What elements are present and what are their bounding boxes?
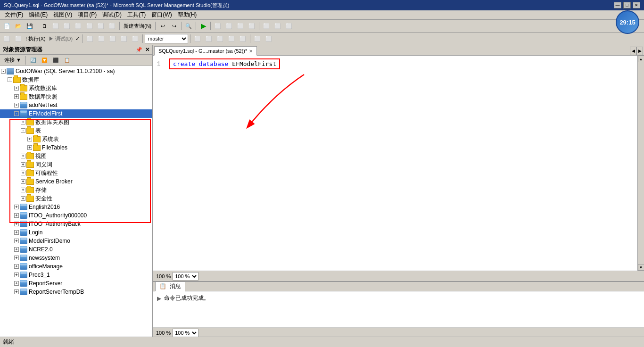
toolbar-misc4[interactable]: ⬜ <box>247 21 257 31</box>
proc-expand[interactable]: + <box>14 273 19 277</box>
ncre-expand[interactable]: + <box>14 247 19 252</box>
tree-synonyms[interactable]: + 同义词 <box>0 160 152 169</box>
new-query-label[interactable]: 新建查询(N) <box>122 23 153 30</box>
tree-reportservertempdb[interactable]: + ReportServerTempDB <box>0 288 152 296</box>
menu-view[interactable]: 视图(V) <box>50 10 75 19</box>
menu-project[interactable]: 项目(P) <box>75 10 99 19</box>
results-zoom-select[interactable]: 100 % <box>173 329 198 337</box>
toolbar-sql-open[interactable]: ⬜ <box>13 33 24 44</box>
adn-expand[interactable]: + <box>14 103 19 107</box>
server-collapse[interactable]: - <box>1 69 6 74</box>
editor-tab[interactable]: SQLQuery1.sql - G....master (sa (52))* ✕ <box>154 46 257 56</box>
tree-system-dbs[interactable]: + 系统数据库 <box>0 84 152 92</box>
tree-itoo-authback[interactable]: + ITOO_AuthorityBack <box>0 220 152 228</box>
zoom-select[interactable]: 100 % 75 % 150 % <box>173 272 198 281</box>
toolbar-btn5[interactable]: ⬜ <box>84 21 95 31</box>
views-expand[interactable]: + <box>21 154 25 158</box>
ft-expand[interactable]: + <box>27 145 32 150</box>
tree-adonettest[interactable]: + adoNetTest <box>0 101 152 109</box>
toolbar-new-file[interactable]: 📄 <box>2 21 12 31</box>
tree-tables[interactable]: - 表 <box>0 126 152 135</box>
sys-tbl-expand[interactable]: + <box>27 137 32 141</box>
tree-storage[interactable]: + 存储 <box>0 186 152 194</box>
tree-ncre[interactable]: + NCRE2.0 <box>0 245 152 254</box>
editor-tab-close[interactable]: ✕ <box>249 49 253 54</box>
snap-expand[interactable]: + <box>14 94 19 99</box>
toolbar-redo[interactable]: ↪ <box>169 21 179 31</box>
toolbar-misc3[interactable]: ⬜ <box>235 21 246 31</box>
toolbar-sql-misc7[interactable]: ⬜ <box>204 33 214 44</box>
debug-label[interactable]: ▶ 调试(D) <box>48 35 74 42</box>
oe-close[interactable]: ✕ <box>145 47 149 53</box>
tree-itoo-auth[interactable]: + ITOO_Authority000000 <box>0 211 152 220</box>
menu-file[interactable]: 文件(F) <box>2 10 26 19</box>
menu-edit[interactable]: 编辑(E) <box>26 10 50 19</box>
oe-stop[interactable]: ⬛ <box>50 55 61 66</box>
tab-scroll-right[interactable]: ▶ <box>636 47 643 55</box>
execute-button[interactable]: ▶ <box>198 21 208 31</box>
tree-security[interactable]: + 安全性 <box>0 194 152 203</box>
tree-reportserver[interactable]: + ReportServer <box>0 279 152 288</box>
tables-collapse[interactable]: - <box>21 128 25 133</box>
toolbar-btn4[interactable]: ⬜ <box>73 21 83 31</box>
toolbar-sql-misc3[interactable]: ⬜ <box>107 33 118 44</box>
toolbar-sql-misc1[interactable]: ⬜ <box>85 33 95 44</box>
toolbar-sql-misc4[interactable]: ⬜ <box>119 33 129 44</box>
mfd-expand[interactable]: + <box>14 239 19 243</box>
toolbar-search[interactable]: 🔍 <box>183 21 194 31</box>
tree-filetables[interactable]: + FileTables <box>0 143 152 152</box>
oe-summary[interactable]: 📋 <box>62 55 72 66</box>
oe-filter[interactable]: 🔽 <box>39 55 50 66</box>
toolbar-sql-misc8[interactable]: ⬜ <box>215 33 225 44</box>
tree-db-diagram[interactable]: + 数据库关系图 <box>0 118 152 126</box>
toolbar-misc2[interactable]: ⬜ <box>224 21 234 31</box>
db-collapse[interactable]: - <box>8 77 12 82</box>
tree-officemanage[interactable]: + officeManage <box>0 262 152 271</box>
tree-modelfirstdemo[interactable]: + ModelFirstDemo <box>0 237 152 245</box>
results-messages-tab[interactable]: 📋 消息 <box>155 281 185 291</box>
toolbar-misc6[interactable]: ⬜ <box>272 21 283 31</box>
sec-expand[interactable]: + <box>21 196 25 201</box>
toolbar-btn3[interactable]: ⬜ <box>62 21 72 31</box>
toolbar-btn7[interactable]: ⬜ <box>107 21 117 31</box>
tree-system-tables[interactable]: + 系统表 <box>0 135 152 143</box>
sb-expand[interactable]: + <box>21 179 25 184</box>
minimize-button[interactable]: — <box>614 2 621 8</box>
news-expand[interactable]: + <box>14 256 19 260</box>
rstmp-expand[interactable]: + <box>14 289 19 294</box>
storage-expand[interactable]: + <box>21 188 25 192</box>
toolbar-misc7[interactable]: ⬜ <box>284 21 294 31</box>
code-editor[interactable]: 1 create database EFModelFirst <box>153 56 637 271</box>
tree-programmability[interactable]: + 可编程性 <box>0 169 152 177</box>
tree-service-broker[interactable]: + Service Broker <box>0 177 152 186</box>
toolbar-sql-misc9[interactable]: ⬜ <box>226 33 237 44</box>
menu-debug[interactable]: 调试(D) <box>99 10 124 19</box>
syn-expand[interactable]: + <box>21 162 25 167</box>
tree-proc31[interactable]: + Proc3_1 <box>0 271 152 279</box>
maximize-button[interactable]: □ <box>623 2 631 8</box>
scroll-down[interactable]: ▼ <box>638 264 644 271</box>
prog-expand[interactable]: + <box>21 171 25 175</box>
login-expand[interactable]: + <box>14 230 19 235</box>
toolbar-undo[interactable]: ↩ <box>157 21 168 31</box>
diag-expand[interactable]: + <box>21 120 25 124</box>
tree-newssystem[interactable]: + newssystem <box>0 254 152 262</box>
tree-english2016[interactable]: + English2016 <box>0 203 152 211</box>
toolbar-sql-misc11[interactable]: ⬜ <box>252 33 263 44</box>
toolbar-sql-new[interactable]: ⬜ <box>2 33 12 44</box>
oe-refresh[interactable]: 🔄 <box>28 55 38 66</box>
close-button[interactable]: ✕ <box>633 2 640 8</box>
menu-help[interactable]: 帮助(H) <box>175 10 200 19</box>
toolbar-btn6[interactable]: ⬜ <box>96 21 106 31</box>
tab-scroll-left[interactable]: ◀ <box>630 47 636 55</box>
toolbar-sql-misc2[interactable]: ⬜ <box>96 33 107 44</box>
execute-label[interactable]: ! 执行(X) <box>25 35 47 42</box>
toolbar-misc5[interactable]: ⬜ <box>261 21 272 31</box>
itoo-expand[interactable]: + <box>14 213 19 218</box>
toolbar-parse[interactable]: ✓ <box>74 36 81 42</box>
rs-expand[interactable]: + <box>14 281 19 286</box>
toolbar-save-all[interactable]: 💾 <box>25 21 35 31</box>
eng-expand[interactable]: + <box>14 205 19 209</box>
toolbar-misc1[interactable]: ⬜ <box>213 21 223 31</box>
oe-connect[interactable]: 连接 ▼ <box>2 55 24 66</box>
